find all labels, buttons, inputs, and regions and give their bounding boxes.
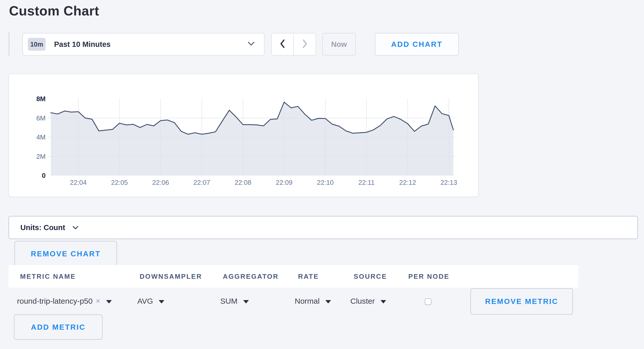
svg-text:22:12: 22:12 (399, 179, 416, 186)
step-back-button[interactable] (272, 33, 293, 55)
svg-text:4M: 4M (36, 133, 46, 141)
time-window-label: Past 10 Minutes (54, 40, 111, 49)
page-title: Custom Chart (9, 3, 99, 19)
chart-card: 22:0422:0522:0622:0722:0822:0922:1022:11… (9, 74, 479, 197)
svg-text:22:07: 22:07 (193, 179, 210, 186)
caret-down-icon (159, 300, 164, 303)
remove-metric-button[interactable]: REMOVE METRIC (470, 288, 573, 315)
chevron-down-icon (248, 41, 255, 47)
svg-text:22:13: 22:13 (440, 179, 457, 186)
toolbar-accent-bar (9, 32, 10, 56)
svg-text:22:05: 22:05 (111, 179, 128, 186)
svg-text:2M: 2M (36, 153, 46, 160)
col-header-downsampler: DOWNSAMPLER (140, 273, 202, 281)
col-header-per-node: PER NODE (408, 273, 450, 281)
add-metric-button[interactable]: ADD METRIC (14, 315, 103, 340)
time-step-buttons (271, 33, 316, 56)
svg-text:22:04: 22:04 (70, 179, 87, 186)
aggregator-select[interactable]: SUM (220, 297, 249, 306)
caret-down-icon (106, 300, 112, 303)
svg-text:8M: 8M (36, 95, 46, 103)
time-window-badge: 10m (28, 38, 46, 51)
remove-chart-button[interactable]: REMOVE CHART (14, 241, 117, 267)
col-header-metric-name: METRIC NAME (20, 273, 76, 281)
source-value: Cluster (350, 297, 375, 306)
svg-text:0: 0 (42, 172, 46, 179)
units-dropdown-label: Units: Count (20, 223, 65, 232)
svg-text:22:11: 22:11 (358, 179, 375, 186)
metrics-table-header: METRIC NAME DOWNSAMPLER AGGREGATOR RATE … (9, 265, 578, 288)
caret-down-icon (325, 300, 331, 303)
aggregator-value: SUM (220, 297, 238, 306)
source-select[interactable]: Cluster (350, 297, 386, 306)
svg-text:22:06: 22:06 (152, 179, 169, 186)
add-chart-button[interactable]: ADD CHART (375, 33, 459, 56)
custom-chart-page: Custom Chart 10m Past 10 Minutes Now ADD… (0, 0, 644, 349)
clear-metric-icon[interactable]: × (96, 296, 100, 306)
col-header-aggregator: AGGREGATOR (223, 273, 279, 281)
svg-text:22:08: 22:08 (235, 179, 251, 186)
svg-text:6M: 6M (36, 114, 46, 122)
caret-down-icon (380, 300, 386, 303)
rate-select[interactable]: Normal (295, 297, 331, 306)
rate-value: Normal (295, 297, 320, 306)
chevron-left-icon (279, 39, 286, 50)
caret-down-icon (243, 300, 249, 303)
units-dropdown[interactable]: Units: Count (9, 216, 638, 239)
now-button[interactable]: Now (322, 33, 356, 56)
svg-text:22:10: 22:10 (317, 179, 334, 186)
chevron-right-icon (302, 39, 308, 50)
custom-chart-svg: 22:0422:0522:0622:0722:0822:0922:1022:11… (9, 74, 479, 198)
step-forward-button[interactable] (293, 33, 316, 55)
svg-text:22:09: 22:09 (276, 179, 292, 186)
downsampler-select[interactable]: AVG (137, 297, 164, 306)
col-header-rate: RATE (298, 273, 319, 281)
metric-name-value: round-trip-latency-p50 (17, 297, 92, 306)
metric-name-select[interactable]: round-trip-latency-p50 × (17, 296, 112, 306)
chevron-down-icon (72, 226, 79, 231)
col-header-source: SOURCE (354, 273, 387, 281)
downsampler-value: AVG (137, 297, 153, 306)
per-node-checkbox[interactable] (425, 298, 431, 305)
time-window-dropdown[interactable]: 10m Past 10 Minutes (22, 33, 265, 56)
